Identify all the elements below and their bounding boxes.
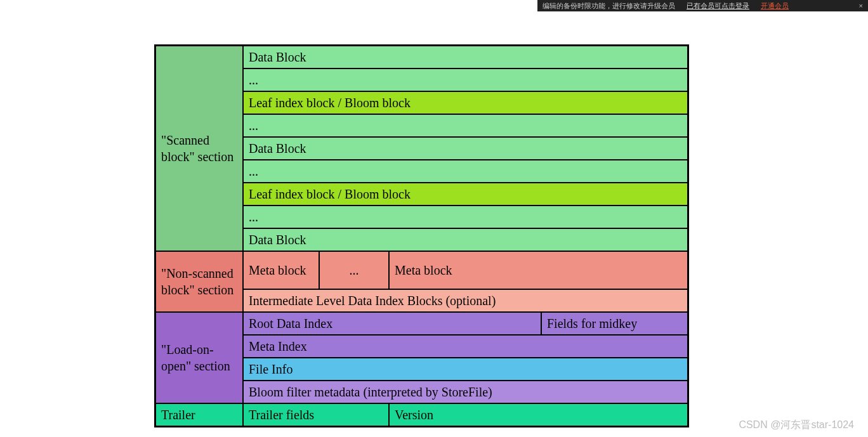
meta-block: Meta block xyxy=(243,251,319,289)
meta-ellipsis: ... xyxy=(319,251,389,289)
non-scanned-section: "Non-scanned block" section Meta block .… xyxy=(155,251,688,312)
file-info: File Info xyxy=(243,358,688,381)
meta-index: Meta Index xyxy=(243,335,688,358)
trailer-section: Trailer Trailer fields Version xyxy=(155,403,688,426)
meta-block: Meta block xyxy=(389,251,688,289)
intermediate-index: Intermediate Level Data Index Blocks (op… xyxy=(243,289,688,312)
csdn-watermark: CSDN @河东晋star-1024 xyxy=(739,419,854,432)
scanned-section: "Scanned block" section Data Block ... L… xyxy=(155,46,688,251)
trailer-version: Version xyxy=(389,403,688,426)
non-scanned-label: "Non-scanned block" section xyxy=(155,251,243,312)
upgrade-link[interactable]: 开通会员 xyxy=(761,0,789,11)
login-link[interactable]: 已有会员可点击登录 xyxy=(687,0,749,11)
data-block: Data Block xyxy=(243,137,688,160)
root-data-index: Root Data Index xyxy=(243,312,541,335)
ellipsis: ... xyxy=(243,205,688,228)
close-icon[interactable]: × xyxy=(859,0,863,11)
scanned-label: "Scanned block" section xyxy=(155,46,243,251)
hfile-format-diagram: "Scanned block" section Data Block ... L… xyxy=(154,44,689,427)
fields-for-midkey: Fields for midkey xyxy=(541,312,688,335)
ellipsis: ... xyxy=(243,160,688,183)
leaf-index-block: Leaf index block / Bloom block xyxy=(243,91,688,114)
editor-topbar: 编辑的备份时限功能，进行修改请升级会员 已有会员可点击登录 开通会员 × xyxy=(537,0,868,11)
bloom-metadata: Bloom filter metadata (interpreted by St… xyxy=(243,381,688,403)
data-block: Data Block xyxy=(243,46,688,68)
trailer-fields: Trailer fields xyxy=(243,403,389,426)
data-block: Data Block xyxy=(243,228,688,251)
ellipsis: ... xyxy=(243,114,688,137)
topbar-text: 编辑的备份时限功能，进行修改请升级会员 xyxy=(542,0,675,11)
trailer-label: Trailer xyxy=(155,403,243,426)
ellipsis: ... xyxy=(243,68,688,91)
load-on-open-section: "Load-on-open" section Root Data Index F… xyxy=(155,312,688,403)
leaf-index-block: Leaf index block / Bloom block xyxy=(243,183,688,205)
load-on-open-label: "Load-on-open" section xyxy=(155,312,243,403)
